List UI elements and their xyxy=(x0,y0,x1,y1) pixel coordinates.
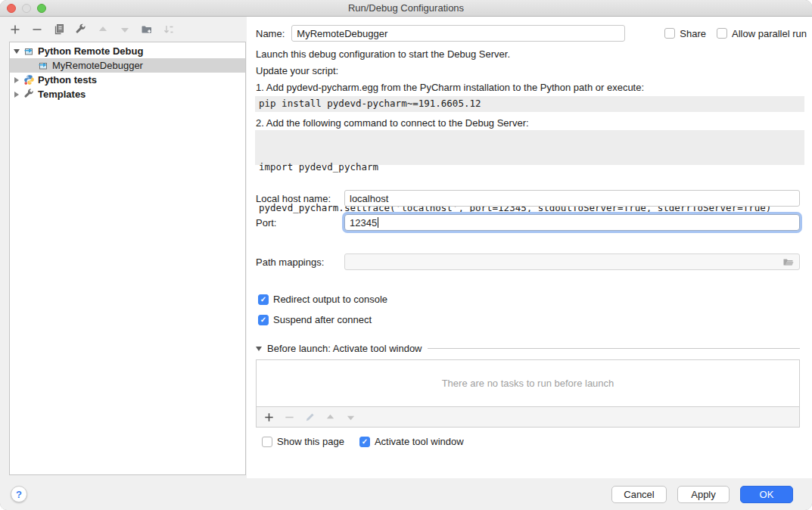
dialog-footer: ? Cancel Apply OK xyxy=(0,478,812,510)
titlebar: Run/Debug Configurations xyxy=(0,0,812,17)
python-icon xyxy=(23,74,35,86)
redirect-output-checkbox[interactable]: ✓ xyxy=(258,294,269,305)
chevron-down-icon[interactable] xyxy=(10,49,23,54)
activate-tool-window-label: Activate tool window xyxy=(375,436,464,447)
configurations-sidebar: Python Remote Debug MyRemoteDebugger Pyt… xyxy=(0,17,247,478)
help-button[interactable]: ? xyxy=(11,486,27,502)
suspend-after-connect-checkbox[interactable]: ✓ xyxy=(258,315,269,325)
check-icon: ✓ xyxy=(260,316,266,324)
edit-templates-wrench-icon[interactable] xyxy=(75,23,87,36)
chevron-right-icon[interactable] xyxy=(10,92,23,98)
tree-item-label: MyRemoteDebugger xyxy=(52,60,143,71)
allow-parallel-run-label: Allow parallel run xyxy=(732,28,807,39)
tree-toolbar xyxy=(0,17,247,42)
tree-item-templates[interactable]: Templates xyxy=(10,87,245,101)
show-this-page-checkbox[interactable] xyxy=(262,437,272,447)
move-down-icon[interactable] xyxy=(119,23,131,36)
allow-parallel-run-checkbox[interactable] xyxy=(717,28,727,39)
instruction-step1: 1. Add pydevd-pycharm.egg from the PyCha… xyxy=(256,82,644,93)
wrench-icon xyxy=(23,89,35,100)
path-mappings-label: Path mappings: xyxy=(256,257,344,268)
tree-item-python-tests[interactable]: Python tests xyxy=(10,73,245,87)
configuration-settings-panel: Name: Share Allow parallel run Launch th… xyxy=(247,17,812,478)
remove-task-icon[interactable] xyxy=(283,411,295,423)
collapse-triangle-icon[interactable] xyxy=(256,347,262,351)
check-icon: ✓ xyxy=(362,437,368,446)
instruction-update: Update your script: xyxy=(256,65,338,76)
window-title: Run/Debug Configurations xyxy=(348,2,464,14)
move-task-down-icon[interactable] xyxy=(344,411,356,423)
add-task-icon[interactable] xyxy=(263,411,275,423)
move-task-up-icon[interactable] xyxy=(324,411,336,423)
check-icon: ✓ xyxy=(260,295,266,303)
cancel-button[interactable]: Cancel xyxy=(611,486,667,503)
settrace-line1: import pydevd_pycharm xyxy=(259,160,801,174)
section-divider xyxy=(428,348,800,349)
tree-item-label: Python Remote Debug xyxy=(38,45,143,57)
remote-debug-icon xyxy=(23,45,35,57)
tree-item-python-remote-debug[interactable]: Python Remote Debug xyxy=(10,44,245,58)
question-mark-icon: ? xyxy=(16,489,22,500)
tree-item-label: Templates xyxy=(38,89,86,100)
close-button[interactable] xyxy=(7,4,16,13)
name-label: Name: xyxy=(256,28,285,39)
browse-folder-icon[interactable] xyxy=(782,257,795,271)
settrace-snippet[interactable]: import pydevd_pycharm pydevd_pycharm.set… xyxy=(255,130,804,165)
suspend-after-connect-label: Suspend after connect xyxy=(273,314,372,325)
zoom-button[interactable] xyxy=(37,4,46,13)
add-configuration-icon[interactable] xyxy=(9,23,21,36)
run-debug-configurations-dialog: Run/Debug Configurations xyxy=(0,0,812,510)
name-input[interactable] xyxy=(291,25,625,42)
before-launch-toolbar xyxy=(256,407,800,428)
minimize-button[interactable] xyxy=(22,4,31,13)
port-value: 12345 xyxy=(350,217,377,229)
apply-button[interactable]: Apply xyxy=(677,486,730,503)
chevron-right-icon[interactable] xyxy=(10,77,23,83)
edit-task-pencil-icon[interactable] xyxy=(303,411,316,423)
pip-install-snippet[interactable]: pip install pydevd-pycharm~=191.6605.12 xyxy=(255,96,804,112)
tree-item-label: Python tests xyxy=(38,74,97,86)
activate-tool-window-checkbox[interactable]: ✓ xyxy=(359,437,370,447)
share-label: Share xyxy=(680,28,706,39)
sort-configurations-icon[interactable] xyxy=(163,23,175,36)
instruction-intro: Launch this debug configuration to start… xyxy=(256,48,510,60)
empty-tasks-message: There are no tasks to run before launch xyxy=(442,378,614,389)
copy-configuration-icon[interactable] xyxy=(53,23,65,36)
remote-debug-icon xyxy=(38,60,49,71)
local-host-name-label: Local host name: xyxy=(256,193,344,204)
local-host-name-input[interactable] xyxy=(344,190,800,207)
port-input[interactable]: 12345 xyxy=(344,214,800,231)
before-launch-header: Before launch: Activate tool window xyxy=(267,343,422,354)
move-up-icon[interactable] xyxy=(97,23,109,36)
text-caret xyxy=(378,217,378,228)
instruction-step2: 2. Add the following command to connect … xyxy=(256,117,529,129)
share-checkbox[interactable] xyxy=(664,28,675,39)
show-this-page-label: Show this page xyxy=(277,436,344,447)
port-label: Port: xyxy=(256,217,344,229)
new-folder-icon[interactable] xyxy=(141,23,153,36)
configurations-tree: Python Remote Debug MyRemoteDebugger Pyt… xyxy=(9,42,246,475)
before-launch-task-list[interactable]: There are no tasks to run before launch xyxy=(256,359,800,407)
redirect-output-label: Redirect output to console xyxy=(273,294,387,305)
remove-configuration-icon[interactable] xyxy=(31,23,43,36)
path-mappings-input[interactable] xyxy=(344,253,800,270)
ok-button[interactable]: OK xyxy=(740,486,793,503)
tree-item-myremotedebugger[interactable]: MyRemoteDebugger xyxy=(10,58,245,73)
traffic-lights xyxy=(7,4,46,13)
